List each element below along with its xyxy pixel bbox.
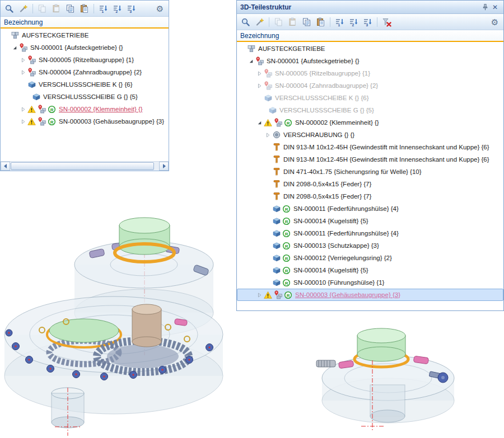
structure-panel-3d-teilestruktur: 3D-Teilestruktur ✕ 123⚙ Bezeichnung AUFS… [236, 0, 504, 311]
tree-item-left-0[interactable]: AUFSTECKGETRIEBE [1, 29, 169, 41]
tree-item-right-9[interactable]: DIN 913-M 10x12-45H {Gewindestift mit In… [237, 153, 503, 166]
tree-item-right-5[interactable]: VERSCHLUSSSCHEIBE G {} {5} [237, 104, 503, 116]
tree-item-label: SN-000014 {Kugelstift} {5} [293, 218, 368, 224]
center-shaft[interactable] [132, 304, 161, 347]
close-icon[interactable]: ✕ [490, 2, 500, 12]
tree-item-right-12[interactable]: DIN 2098-0,5x4x15 {Feder} {7} [237, 190, 503, 202]
part-icon [272, 229, 281, 238]
horizontal-scrollbar[interactable] [1, 161, 169, 171]
collapse-icon[interactable] [255, 120, 263, 126]
expand-icon[interactable] [255, 292, 263, 298]
tree-item-left-1[interactable]: SN-000001 {Aufsteckgetriebe} {} [1, 41, 169, 54]
pin-icon[interactable] [480, 2, 490, 12]
green-cap[interactable] [357, 328, 405, 361]
right-panel-toolbar: 123⚙ [237, 14, 503, 30]
screw-icon [272, 143, 281, 152]
tree-item-right-10[interactable]: DIN 471-40x1.75 {Sicherungsring für Well… [237, 166, 503, 178]
expand-icon[interactable] [255, 70, 263, 77]
expand-icon[interactable] [264, 132, 272, 138]
tree-item-label: AUFSTECKGETRIEBE [258, 45, 325, 52]
expand-icon[interactable] [19, 119, 27, 125]
sort-mode-3-icon[interactable]: 3 [361, 16, 374, 29]
svg-text:R: R [285, 268, 288, 273]
sort-mode-2-icon[interactable]: 2 [347, 16, 360, 29]
sort-mode-2-icon[interactable]: 2 [111, 2, 124, 15]
collapse-icon[interactable] [11, 45, 18, 51]
svg-text:R: R [287, 293, 290, 298]
tree-item-right-6[interactable]: RSN-000002 {Klemmeinheit} {} [237, 116, 503, 129]
tree-item-right-17[interactable]: RSN-000012 {Verriegelungsring} {2} [237, 252, 503, 264]
tree-item-right-16[interactable]: RSN-000013 {Schutzkappe} {3} [237, 239, 503, 252]
green-cap-top[interactable] [119, 218, 170, 255]
expand-icon[interactable] [255, 83, 263, 89]
tree-item-left-3[interactable]: SN-000004 {Zahnradbaugruppe} {2} [1, 66, 169, 78]
toolbar-separator [94, 4, 94, 13]
expand-icon[interactable] [19, 106, 27, 112]
expand-icon[interactable] [19, 69, 27, 76]
copy-structure-icon[interactable] [64, 2, 77, 15]
tree-item-label: SN-000002 {Klemmeinheit} {} [59, 106, 143, 112]
toolbar-separator [269, 17, 269, 27]
tree-item-left-4[interactable]: VERSCHLUSSSCHEIBE K {} {6} [1, 78, 169, 91]
part-icon [27, 80, 36, 89]
tree-item-label: SN-000005 {Ritzelbaugruppe} {1} [39, 56, 134, 63]
tree-item-right-1[interactable]: SN-000001 {Aufsteckgetriebe} {} [237, 55, 503, 67]
copy-structure-icon[interactable] [300, 16, 313, 29]
tree-item-right-14[interactable]: RSN-000014 {Kugelstift} {5} [237, 215, 503, 227]
tree-item-label: VERSCHLUSSSCHEIBE G {} {5} [279, 107, 374, 114]
expand-icon[interactable] [19, 57, 27, 63]
column-header-bezeichnung[interactable]: Bezeichnung [237, 30, 503, 42]
left-structure-tree: AUFSTECKGETRIEBESN-000001 {Aufsteckgetri… [1, 29, 169, 161]
tree-item-left-2[interactable]: SN-000005 {Ritzelbaugruppe} {1} [1, 54, 169, 66]
locate-icon[interactable] [17, 2, 30, 15]
tree-item-right-2[interactable]: SN-000005 {Ritzelbaugruppe} {1} [237, 67, 503, 79]
paste-structure-icon[interactable] [78, 2, 91, 15]
tree-item-label: SN-000003 {Gehäusebaugruppe} {3} [59, 118, 164, 125]
tree-item-left-7[interactable]: RSN-000003 {Gehäusebaugruppe} {3} [1, 115, 169, 128]
sort-mode-3-icon[interactable]: 3 [125, 2, 138, 15]
tree-item-label: AUFSTECKGETRIEBE [22, 32, 89, 39]
settings-icon[interactable]: ⚙ [153, 2, 166, 15]
tree-item-right-18[interactable]: RSN-000014 {Kugelstift} {5} [237, 264, 503, 276]
tree-item-right-20[interactable]: RSN-000003 {Gehäusebaugruppe} {3} [237, 289, 503, 301]
svg-text:R: R [50, 119, 54, 124]
sort-mode-1-icon[interactable]: 1 [333, 16, 346, 29]
tree-item-right-7[interactable]: VERSCHRAUBUNG {} {} [237, 129, 503, 141]
tree-item-right-13[interactable]: RSN-000011 {Federführungshülse} {4} [237, 202, 503, 215]
settings-icon[interactable]: ⚙ [488, 16, 501, 29]
cad-view-sub-assembly[interactable] [310, 307, 472, 438]
column-header-label: Bezeichnung [4, 18, 43, 26]
part-icon [272, 253, 281, 262]
tree-item-right-0[interactable]: AUFSTECKGETRIEBE [237, 43, 503, 55]
lower-cylinder[interactable] [370, 385, 405, 422]
sort-mode-1-icon[interactable]: 1 [97, 2, 110, 15]
tree-item-left-5[interactable]: VERSCHLUSSSCHEIBE G {} {5} [1, 91, 169, 103]
tree-item-label: SN-000003 {Gehäusebaugruppe} {3} [295, 291, 400, 298]
released-status-icon: R [47, 105, 57, 114]
collapse-icon[interactable] [247, 58, 255, 64]
tree-item-right-3[interactable]: SN-000004 {Zahnradbaugruppe} {2} [237, 79, 503, 92]
paste-structure-icon[interactable] [314, 16, 327, 29]
threaded-stud[interactable] [316, 360, 335, 367]
tree-item-right-15[interactable]: RSN-000011 {Federführungshülse} {4} [237, 227, 503, 239]
clear-filter-icon[interactable] [380, 16, 393, 29]
tree-item-left-6[interactable]: RSN-000002 {Klemmeinheit} {} [1, 103, 169, 115]
pin-assembly-icon [255, 56, 264, 65]
search-icon[interactable] [3, 2, 16, 15]
tree-item-right-19[interactable]: RSN-000010 {Führungshülse} {1} [237, 276, 503, 289]
locate-icon[interactable] [253, 16, 266, 29]
pin-assembly-icon [263, 69, 273, 78]
cad-view-main-assembly[interactable] [0, 215, 246, 438]
scroll-right-icon[interactable] [159, 162, 169, 171]
tree-item-right-8[interactable]: DIN 913-M 10x12-45H {Gewindestift mit In… [237, 141, 503, 153]
column-header-bezeichnung[interactable]: Bezeichnung [1, 17, 169, 29]
gear-hub[interactable] [107, 345, 179, 368]
scrollbar-thumb[interactable] [11, 162, 154, 170]
svg-text:2: 2 [352, 23, 354, 27]
tree-item-right-11[interactable]: DIN 2098-0,5x4x15 {Feder} {7} [237, 178, 503, 190]
svg-text:R: R [287, 120, 290, 125]
tree-item-right-4[interactable]: VERSCHLUSSSCHEIBE K {} {6} [237, 92, 503, 104]
svg-text:1: 1 [338, 23, 340, 27]
scroll-left-icon[interactable] [1, 162, 10, 171]
search-icon[interactable] [239, 16, 252, 29]
